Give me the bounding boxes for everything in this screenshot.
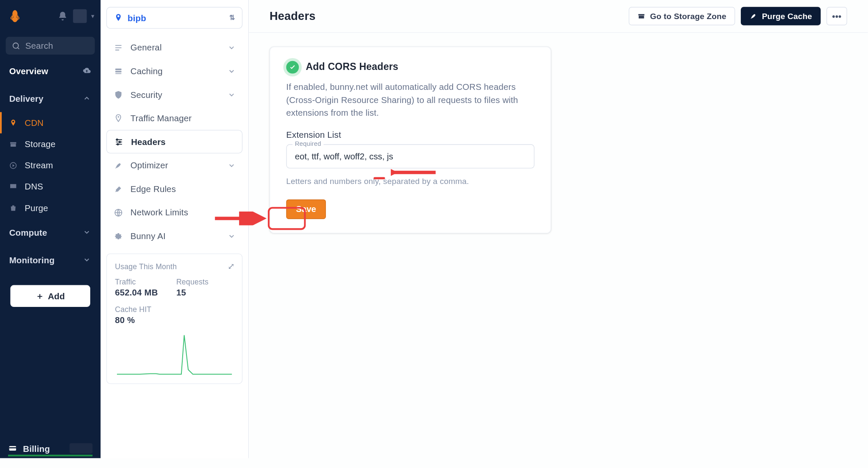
pz-item-general[interactable]: General [106, 36, 242, 59]
cors-headers-card: Add CORS Headers If enabled, bunny.net w… [270, 47, 551, 233]
gear-icon [113, 231, 123, 241]
rocket-icon [749, 12, 757, 20]
pz-item-caching[interactable]: Caching [106, 59, 242, 83]
nav-compute[interactable]: Compute [0, 218, 100, 246]
pullzone-sidebar: bipb ⇅ General Caching Security Traffic … [100, 0, 249, 458]
usage-sparkline [115, 329, 234, 375]
nav-monitoring[interactable]: Monitoring [0, 246, 100, 273]
pz-item-network-limits[interactable]: Network Limits [106, 201, 242, 224]
pin-outline-icon [113, 113, 123, 123]
main-area: Headers Go to Storage Zone Purge Cache •… [249, 0, 868, 458]
svg-rect-7 [115, 73, 121, 74]
box-icon [637, 12, 645, 20]
svg-point-1 [13, 43, 19, 48]
card-title: Add CORS Headers [306, 61, 398, 73]
page-title: Headers [270, 9, 315, 22]
pz-item-optimizer[interactable]: Optimizer [106, 153, 242, 177]
float-label: Required [292, 140, 323, 147]
chevron-down-icon [228, 91, 236, 99]
nav-overview[interactable]: Overview [0, 57, 100, 84]
add-button[interactable]: ＋ Add [10, 285, 90, 307]
extension-list-input-wrap: Required [286, 144, 534, 168]
box-icon [8, 139, 18, 149]
chevron-down-icon [228, 43, 236, 51]
svg-rect-5 [115, 68, 121, 70]
pz-item-traffic-manager[interactable]: Traffic Manager [106, 106, 242, 130]
usage-card: ⤢ Usage This Month Traffic 652.04 MB Req… [106, 254, 242, 384]
tools-icon [113, 184, 123, 194]
shield-icon [113, 89, 123, 100]
svg-point-9 [116, 139, 118, 140]
nav-item-purge[interactable]: Purge [0, 197, 100, 218]
storage-zone-button[interactable]: Go to Storage Zone [629, 7, 735, 25]
svg-point-0 [13, 11, 17, 14]
play-icon [8, 161, 18, 170]
search-input[interactable]: Search [6, 37, 95, 55]
rocket-icon [113, 160, 123, 170]
main-topbar: Headers Go to Storage Zone Purge Cache •… [249, 0, 868, 33]
globe-icon [113, 207, 123, 217]
chevron-down-icon [82, 255, 92, 265]
lines-icon [113, 42, 123, 53]
search-placeholder: Search [25, 41, 53, 50]
save-button[interactable]: Save [286, 199, 326, 219]
pz-item-bunny-ai[interactable]: Bunny AI [106, 224, 242, 248]
svg-point-8 [118, 116, 120, 117]
pz-item-edge-rules[interactable]: Edge Rules [106, 177, 242, 201]
svg-rect-6 [115, 71, 121, 72]
extension-list-input[interactable] [294, 150, 527, 162]
more-menu-button[interactable]: ••• [826, 7, 847, 25]
monitor-icon [8, 182, 18, 191]
nav-item-dns[interactable]: DNS [0, 176, 100, 197]
logo-icon [8, 9, 22, 23]
helper-text: Letters and numbers only, separated by a… [286, 176, 534, 186]
chevron-down-icon [82, 228, 92, 237]
headers-icon [114, 136, 124, 147]
nav-delivery[interactable]: Delivery [0, 84, 100, 112]
cloud-up-icon [82, 66, 92, 75]
pin-icon [8, 118, 18, 128]
svg-point-11 [117, 143, 119, 145]
chevron-down-icon [228, 67, 236, 75]
extension-list-label: Extension List [286, 130, 534, 139]
bell-icon[interactable] [57, 10, 68, 22]
plus-icon: ＋ [36, 290, 45, 301]
pullzone-select[interactable]: bipb ⇅ [106, 7, 242, 29]
left-nav-topbar: ▾ [0, 0, 100, 32]
trash-icon [8, 203, 18, 212]
billing-meter [8, 455, 92, 457]
left-nav: ▾ Search Overview Delivery CDN Storage S… [0, 0, 100, 458]
chevron-down-icon [228, 232, 236, 240]
updown-icon: ⇅ [229, 14, 235, 22]
purge-cache-button[interactable]: Purge Cache [741, 7, 821, 25]
chevron-down-icon [228, 161, 236, 169]
nav-item-storage[interactable]: Storage [0, 134, 100, 155]
nav-item-stream[interactable]: Stream [0, 155, 100, 176]
check-circle-icon [286, 61, 299, 74]
pin-icon [114, 13, 123, 22]
expand-icon[interactable]: ⤢ [228, 261, 235, 271]
billing-balance-redacted [70, 443, 92, 453]
pz-item-security[interactable]: Security [106, 83, 242, 106]
card-description: If enabled, bunny.net will automatically… [286, 81, 534, 120]
svg-point-10 [119, 141, 121, 142]
stack-icon [113, 66, 123, 76]
avatar[interactable] [73, 9, 87, 23]
svg-rect-4 [9, 447, 16, 448]
card-icon [8, 444, 17, 453]
pz-item-headers[interactable]: Headers [106, 130, 242, 153]
chevron-up-icon [82, 94, 92, 103]
account-menu-chevron-icon[interactable]: ▾ [91, 12, 95, 20]
more-horiz-icon: ••• [832, 11, 841, 21]
nav-item-cdn[interactable]: CDN [0, 112, 100, 133]
usage-head: Usage This Month [115, 262, 234, 270]
